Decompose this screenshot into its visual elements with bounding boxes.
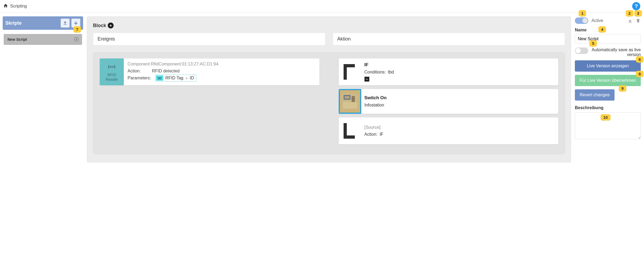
play-icon [74, 37, 79, 42]
event-component-line: Component:RfidComponent:01:13:27:AC:D1:9… [128, 61, 316, 67]
auto-save-label: Automatically save as live version [591, 47, 641, 57]
revert-changes-button[interactable]: Revert changes [575, 89, 615, 101]
script-item-label: New Script [8, 37, 27, 42]
callout-1: 1 [579, 10, 586, 16]
auto-save-toggle[interactable] [575, 47, 588, 54]
event-chip: RFID Reader [100, 58, 124, 85]
event-card[interactable]: RFID Reader Component:RfidComponent:01:1… [100, 58, 319, 85]
active-label: Active [591, 18, 603, 23]
panel-top-row: Active [575, 17, 641, 24]
event-params-label: Parameters: [128, 76, 151, 80]
event-param-pill[interactable]: txt RFID Tag » ID [155, 75, 196, 82]
script-item[interactable]: New Script [4, 34, 82, 45]
topbar: Scripting ? [0, 0, 644, 13]
param-id: ID [190, 76, 194, 80]
auto-save-row: 5 Automatically save as live version [575, 47, 641, 57]
sidebar-header: Skripte ＋ [3, 16, 83, 30]
callout-8: 8 [636, 71, 643, 77]
action-column: IF Conditions: tbd − [339, 58, 559, 148]
breadcrumb[interactable]: Scripting [3, 3, 27, 9]
block-title-label: Block [93, 23, 106, 28]
callout-5: 5 [589, 40, 597, 46]
param-text: RFID Tag [165, 76, 183, 80]
home-icon[interactable] [3, 3, 8, 9]
callout-6: 6 [636, 56, 643, 62]
show-live-version-button[interactable]: Live Version anzeigen [575, 60, 641, 72]
add-block-button[interactable]: ＋ [108, 23, 114, 28]
sidebar-title: Skripte [5, 20, 22, 26]
block-title: Block ＋ [93, 23, 565, 28]
callout-10: 10 [601, 114, 611, 120]
action-thumb-switch [339, 89, 361, 114]
delete-button[interactable] [635, 18, 641, 23]
event-body: Component:RfidComponent:01:13:27:AC:D1:9… [124, 58, 319, 85]
action-card-if[interactable]: IF Conditions: tbd − [339, 58, 559, 85]
svg-rect-8 [352, 96, 355, 102]
download-button[interactable] [627, 18, 633, 23]
callout-2: 2 [626, 10, 633, 16]
bracket-bottom-left-icon [341, 121, 359, 141]
apply-live-version-button[interactable]: Für Live Version übernehmen [575, 75, 641, 86]
sidebar: Skripte ＋ 7 New Script [3, 16, 83, 45]
action-source-action-value: IF [379, 132, 383, 137]
svg-rect-7 [343, 102, 357, 108]
action-thumb-source [339, 117, 361, 144]
svg-text:?: ? [635, 3, 638, 9]
active-toggle[interactable] [575, 17, 588, 24]
canvas-column-headers: Ereignis Aktion [93, 33, 565, 45]
rfid-icon [107, 61, 116, 73]
event-chip-caption: RFID Reader [100, 73, 124, 82]
callout-4: 4 [598, 26, 606, 32]
right-panel: 1 2 3 Active Name 4 5 Automatically save… [575, 16, 641, 140]
action-column-header: Aktion [333, 33, 565, 45]
action-title: Switch On [364, 95, 556, 101]
action-thumb-if [339, 58, 361, 85]
name-label: Name [575, 28, 641, 32]
action-target: Infostation [364, 103, 384, 108]
action-conditions-value: tbd [388, 70, 394, 75]
event-action-label: Action: [128, 69, 141, 73]
breadcrumb-label: Scripting [10, 4, 27, 9]
main-layout: Skripte ＋ 7 New Script Block ＋ Ere [0, 13, 644, 166]
callout-3: 3 [634, 10, 642, 16]
device-photo-icon [340, 90, 360, 113]
action-source-label: [Source]: [364, 125, 382, 130]
event-column-header: Ereignis [93, 33, 325, 45]
action-title: IF [364, 62, 556, 68]
bracket-top-left-icon [341, 62, 359, 82]
action-card-source-if[interactable]: [Source]: Action: IF [339, 117, 559, 144]
event-action-value: RFID detected [152, 69, 180, 73]
action-conditions-label: Conditions: [364, 70, 386, 75]
name-input[interactable] [575, 34, 641, 44]
event-column: RFID Reader Component:RfidComponent:01:1… [100, 58, 319, 148]
svg-marker-3 [76, 39, 77, 40]
description-label: Beschreibung [575, 105, 641, 110]
arrow-icon: » [185, 76, 188, 80]
param-type-badge: txt [156, 75, 163, 81]
callout-9: 9 [619, 85, 626, 91]
action-card-switch-on[interactable]: Switch On Infostation [339, 89, 559, 114]
canvas: Block ＋ Ereignis Aktion RFID Reader [87, 16, 571, 163]
remove-action-button[interactable]: − [364, 77, 369, 82]
upload-button[interactable] [61, 19, 70, 28]
help-button[interactable]: ? [632, 2, 641, 11]
svg-rect-6 [345, 96, 349, 99]
action-source-action-label: Action: [364, 132, 378, 137]
callout-7: 7 [73, 26, 81, 32]
block-area: RFID Reader Component:RfidComponent:01:1… [93, 52, 565, 154]
block-columns: RFID Reader Component:RfidComponent:01:1… [100, 58, 558, 148]
scripts-list: 7 New Script [3, 34, 83, 45]
